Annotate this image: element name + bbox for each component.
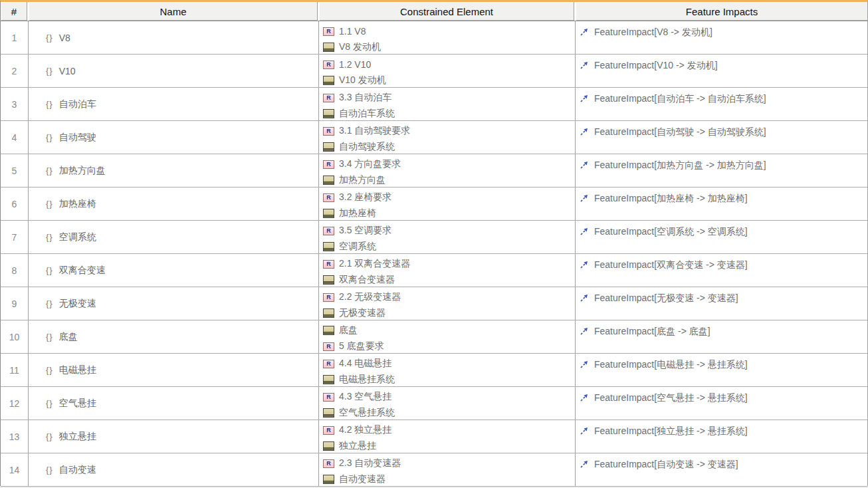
constrained-element-cell[interactable]: 底盘R5 底盘要求 bbox=[319, 320, 576, 353]
feature-name-cell[interactable]: {} 空调系统 bbox=[29, 221, 319, 253]
feature-name-cell[interactable]: {} 自动驾驶 bbox=[29, 121, 319, 154]
table-row[interactable]: 9 {} 无极变速 R2.2 无级变速器无极变速器 FeatureImpact[… bbox=[1, 287, 867, 320]
constrained-element-cell[interactable]: R4.4 电磁悬挂电磁悬挂系统 bbox=[319, 354, 576, 386]
constrained-element-entry[interactable]: R4.2 独立悬挂 bbox=[323, 422, 572, 438]
row-number[interactable]: 1 bbox=[1, 21, 29, 54]
constrained-element-entry[interactable]: R4.4 电磁悬挂 bbox=[323, 356, 572, 372]
table-row[interactable]: 10 {} 底盘 底盘R5 底盘要求 FeatureImpact[底盘 -> 底… bbox=[1, 320, 867, 354]
constrained-element-entry[interactable]: 独立悬挂 bbox=[323, 438, 572, 453]
table-row[interactable]: 7 {} 空调系统 R3.5 空调要求空调系统 FeatureImpact[空调… bbox=[1, 221, 867, 254]
constrained-element-entry[interactable]: R3.4 方向盘要求 bbox=[323, 156, 572, 172]
table-row[interactable]: 1 {} V8 R1.1 V8V8 发动机 FeatureImpact[V8 -… bbox=[1, 21, 867, 55]
constrained-element-entry[interactable]: V10 发动机 bbox=[323, 72, 572, 87]
table-row[interactable]: 14 {} 自动变速 R2.3 自动变速器自动变速器 FeatureImpact… bbox=[1, 453, 867, 487]
constrained-element-entry[interactable]: R5 底盘要求 bbox=[323, 338, 572, 353]
row-number[interactable]: 2 bbox=[1, 55, 29, 87]
constrained-element-entry[interactable]: V8 发动机 bbox=[323, 39, 572, 54]
constrained-element-cell[interactable]: R4.2 独立悬挂独立悬挂 bbox=[319, 420, 576, 453]
feature-impacts-cell[interactable]: FeatureImpact[自动驾驶 -> 自动驾驶系统] bbox=[576, 121, 868, 154]
constrained-element-cell[interactable]: R2.1 双离合变速器双离合变速器 bbox=[319, 254, 576, 287]
feature-impacts-cell[interactable]: FeatureImpact[加热座椅 -> 加热座椅] bbox=[576, 187, 868, 220]
row-number[interactable]: 3 bbox=[1, 88, 29, 120]
column-header-index[interactable]: # bbox=[1, 2, 29, 21]
constrained-element-cell[interactable]: R2.3 自动变速器自动变速器 bbox=[319, 453, 576, 486]
table-row[interactable]: 11 {} 电磁悬挂 R4.4 电磁悬挂电磁悬挂系统 FeatureImpact… bbox=[1, 354, 867, 387]
constrained-element-cell[interactable]: R3.2 座椅要求加热座椅 bbox=[319, 187, 576, 220]
column-header-name[interactable]: Name bbox=[29, 2, 319, 21]
row-number[interactable]: 13 bbox=[1, 420, 29, 453]
row-number[interactable]: 11 bbox=[1, 354, 29, 386]
row-number[interactable]: 10 bbox=[1, 320, 29, 353]
constrained-element-entry[interactable]: 空调系统 bbox=[323, 239, 572, 253]
constrained-element-entry[interactable]: R1.2 V10 bbox=[323, 57, 572, 72]
constrained-element-entry[interactable]: 双离合变速器 bbox=[323, 272, 572, 287]
constrained-element-entry[interactable]: R3.2 座椅要求 bbox=[323, 189, 572, 205]
constrained-element-cell[interactable]: R4.3 空气悬挂空气悬挂系统 bbox=[319, 387, 576, 420]
table-row[interactable]: 8 {} 双离合变速 R2.1 双离合变速器双离合变速器 FeatureImpa… bbox=[1, 254, 867, 287]
constrained-element-entry[interactable]: R3.3 自动泊车 bbox=[323, 90, 572, 106]
constrained-element-entry[interactable]: 电磁悬挂系统 bbox=[323, 372, 572, 386]
constrained-element-entry[interactable]: R2.3 自动变速器 bbox=[323, 455, 572, 471]
feature-name-cell[interactable]: {} 无极变速 bbox=[29, 287, 319, 320]
constrained-element-entry[interactable]: R3.1 自动驾驶要求 bbox=[323, 123, 572, 139]
feature-name-cell[interactable]: {} 电磁悬挂 bbox=[29, 354, 319, 386]
constrained-element-entry[interactable]: 底盘 bbox=[323, 322, 572, 338]
constrained-element-entry[interactable]: 自动驾驶系统 bbox=[323, 139, 572, 154]
feature-impacts-cell[interactable]: FeatureImpact[空气悬挂 -> 悬挂系统] bbox=[576, 387, 868, 420]
column-header-constrained-element[interactable]: Constrained Element bbox=[319, 2, 576, 21]
feature-name-cell[interactable]: {} 加热座椅 bbox=[29, 187, 319, 220]
constrained-element-cell[interactable]: R1.1 V8V8 发动机 bbox=[319, 21, 576, 54]
row-number[interactable]: 6 bbox=[1, 187, 29, 220]
row-number[interactable]: 7 bbox=[1, 221, 29, 253]
constrained-element-cell[interactable]: R1.2 V10V10 发动机 bbox=[319, 55, 576, 87]
constrained-element-cell[interactable]: R2.2 无级变速器无极变速器 bbox=[319, 287, 576, 320]
constrained-element-entry[interactable]: R2.2 无级变速器 bbox=[323, 289, 572, 305]
table-row[interactable]: 3 {} 自动泊车 R3.3 自动泊车自动泊车系统 FeatureImpact[… bbox=[1, 88, 867, 121]
constrained-element-entry[interactable]: 无极变速器 bbox=[323, 305, 572, 320]
constrained-element-entry[interactable]: R2.1 双离合变速器 bbox=[323, 256, 572, 272]
feature-name-cell[interactable]: {} 双离合变速 bbox=[29, 254, 319, 287]
feature-name-cell[interactable]: {} V10 bbox=[29, 55, 319, 87]
feature-name-cell[interactable]: {} 空气悬挂 bbox=[29, 387, 319, 420]
constrained-element-entry[interactable]: 加热座椅 bbox=[323, 205, 572, 220]
constrained-element-entry[interactable]: R4.3 空气悬挂 bbox=[323, 389, 572, 405]
table-row[interactable]: 5 {} 加热方向盘 R3.4 方向盘要求加热方向盘 FeatureImpact… bbox=[1, 154, 867, 187]
row-number[interactable]: 12 bbox=[1, 387, 29, 420]
feature-impacts-cell[interactable]: FeatureImpact[V10 -> 发动机] bbox=[576, 55, 868, 87]
constrained-element-cell[interactable]: R3.3 自动泊车自动泊车系统 bbox=[319, 88, 576, 120]
feature-impacts-cell[interactable]: FeatureImpact[V8 -> 发动机] bbox=[576, 21, 868, 54]
table-row[interactable]: 2 {} V10 R1.2 V10V10 发动机 FeatureImpact[V… bbox=[1, 55, 867, 88]
table-row[interactable]: 4 {} 自动驾驶 R3.1 自动驾驶要求自动驾驶系统 FeatureImpac… bbox=[1, 121, 867, 154]
feature-impacts-cell[interactable]: FeatureImpact[电磁悬挂 -> 悬挂系统] bbox=[576, 354, 868, 386]
feature-name-cell[interactable]: {} 底盘 bbox=[29, 320, 319, 353]
feature-impacts-cell[interactable]: FeatureImpact[无极变速 -> 变速器] bbox=[576, 287, 868, 320]
constrained-element-cell[interactable]: R3.5 空调要求空调系统 bbox=[319, 221, 576, 253]
row-number[interactable]: 14 bbox=[1, 453, 29, 486]
constrained-element-entry[interactable]: 空气悬挂系统 bbox=[323, 405, 572, 420]
table-row[interactable]: 6 {} 加热座椅 R3.2 座椅要求加热座椅 FeatureImpact[加热… bbox=[1, 187, 867, 221]
feature-impacts-cell[interactable]: FeatureImpact[底盘 -> 底盘] bbox=[576, 320, 868, 353]
feature-name-cell[interactable]: {} V8 bbox=[29, 21, 319, 54]
feature-impacts-cell[interactable]: FeatureImpact[空调系统 -> 空调系统] bbox=[576, 221, 868, 253]
table-row[interactable]: 12 {} 空气悬挂 R4.3 空气悬挂空气悬挂系统 FeatureImpact… bbox=[1, 387, 867, 420]
feature-impacts-cell[interactable]: FeatureImpact[自动泊车 -> 自动泊车系统] bbox=[576, 88, 868, 120]
feature-impacts-cell[interactable]: FeatureImpact[自动变速 -> 变速器] bbox=[576, 453, 868, 486]
feature-name-cell[interactable]: {} 加热方向盘 bbox=[29, 154, 319, 187]
constrained-element-entry[interactable]: 加热方向盘 bbox=[323, 172, 572, 187]
row-number[interactable]: 4 bbox=[1, 121, 29, 154]
constrained-element-entry[interactable]: R1.1 V8 bbox=[323, 23, 572, 39]
constrained-element-entry[interactable]: 自动变速器 bbox=[323, 471, 572, 486]
constrained-element-cell[interactable]: R3.4 方向盘要求加热方向盘 bbox=[319, 154, 576, 187]
constrained-element-entry[interactable]: R3.5 空调要求 bbox=[323, 223, 572, 239]
feature-name-cell[interactable]: {} 自动泊车 bbox=[29, 88, 319, 120]
feature-impacts-cell[interactable]: FeatureImpact[双离合变速 -> 变速器] bbox=[576, 254, 868, 287]
feature-impacts-cell[interactable]: FeatureImpact[加热方向盘 -> 加热方向盘] bbox=[576, 154, 868, 187]
row-number[interactable]: 5 bbox=[1, 154, 29, 187]
row-number[interactable]: 9 bbox=[1, 287, 29, 320]
constrained-element-cell[interactable]: R3.1 自动驾驶要求自动驾驶系统 bbox=[319, 121, 576, 154]
row-number[interactable]: 8 bbox=[1, 254, 29, 287]
feature-name-cell[interactable]: {} 自动变速 bbox=[29, 453, 319, 486]
constrained-element-entry[interactable]: 自动泊车系统 bbox=[323, 106, 572, 120]
table-row[interactable]: 13 {} 独立悬挂 R4.2 独立悬挂独立悬挂 FeatureImpact[独… bbox=[1, 420, 867, 453]
feature-name-cell[interactable]: {} 独立悬挂 bbox=[29, 420, 319, 453]
